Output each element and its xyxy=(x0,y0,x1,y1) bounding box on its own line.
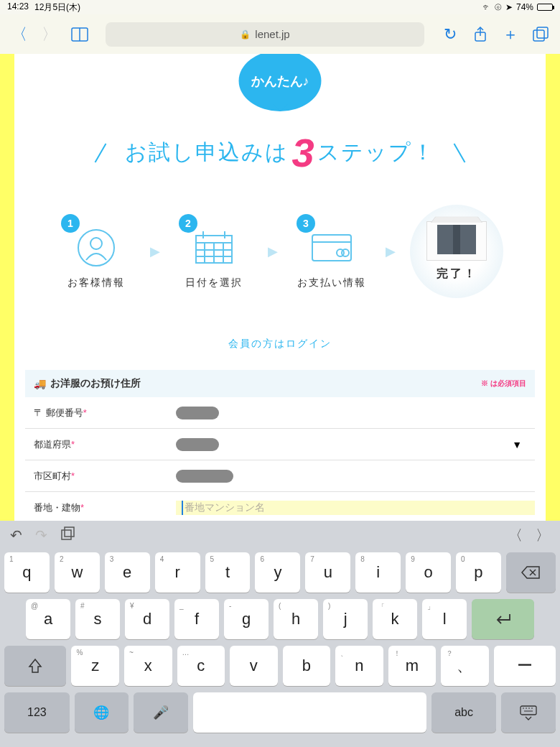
key-l[interactable]: 」l xyxy=(422,599,467,639)
prev-field-button[interactable]: 〈 xyxy=(508,526,523,545)
bookmarks-button[interactable] xyxy=(71,26,88,43)
key-u[interactable]: 7u xyxy=(305,552,350,593)
space-key[interactable] xyxy=(193,692,426,733)
key-z[interactable]: %z xyxy=(71,646,119,686)
step-badge: 1 xyxy=(61,214,80,233)
share-button[interactable] xyxy=(472,26,489,43)
prefecture-label: 都道府県 xyxy=(34,439,71,450)
svg-point-7 xyxy=(90,238,102,249)
key-e[interactable]: 3e xyxy=(105,552,150,593)
globe-key[interactable]: 🌐 xyxy=(75,692,129,733)
truck-icon: 🚚 xyxy=(34,378,46,389)
credit-card-icon xyxy=(307,228,357,268)
key-i[interactable]: 8i xyxy=(355,552,401,593)
key-c[interactable]: …c xyxy=(177,646,225,686)
calendar-icon xyxy=(189,228,239,268)
svg-rect-22 xyxy=(65,527,74,537)
chevron-right-icon: ▶ xyxy=(268,243,278,259)
zip-label: 〒 郵便番号 xyxy=(34,407,83,418)
chevron-right-icon: ▶ xyxy=(386,243,396,259)
keyboard: ↶ ↷ 〈 〉 1q2w3e4r5t6y7u8i9o0p @a#s¥d_f-g(… xyxy=(0,521,560,747)
key-q[interactable]: 1q xyxy=(4,552,50,593)
status-time: 14:23 xyxy=(7,1,29,14)
key-ー[interactable]: ー xyxy=(494,646,556,686)
svg-rect-5 xyxy=(537,27,548,38)
redo-button[interactable]: ↷ xyxy=(35,526,47,544)
keyboard-toolbar: ↶ ↷ 〈 〉 xyxy=(0,521,560,549)
mic-key[interactable]: 🎤 xyxy=(134,692,188,733)
orientation-lock-icon: ⦾ xyxy=(495,2,502,12)
new-tab-button[interactable]: ＋ xyxy=(502,26,519,43)
battery-icon xyxy=(537,4,553,11)
member-login-link[interactable]: 会員の方はログイン xyxy=(14,338,546,351)
zip-row: 〒 郵便番号* xyxy=(25,397,535,429)
key-g[interactable]: -g xyxy=(224,599,269,639)
key-h[interactable]: (h xyxy=(274,599,318,639)
key-n[interactable]: 、n xyxy=(335,646,383,686)
abc-mode-key[interactable]: abc xyxy=(431,692,497,733)
key-d[interactable]: ¥d xyxy=(125,599,169,639)
chevron-right-icon: ▶ xyxy=(150,243,160,259)
heading-post: ステップ！ xyxy=(317,138,435,167)
key-o[interactable]: 9o xyxy=(406,552,451,593)
key-f[interactable]: _f xyxy=(174,599,219,639)
url-bar[interactable]: 🔒 lenet.jp xyxy=(106,22,424,47)
form-header: 🚚 お洋服のお預け住所 ※ は必須項目 xyxy=(25,370,535,397)
key-p[interactable]: 0p xyxy=(456,552,501,593)
shift-key[interactable] xyxy=(4,646,66,686)
key-b[interactable]: b xyxy=(283,646,331,686)
heading-number: 3 xyxy=(291,129,314,176)
key-j[interactable]: )j xyxy=(323,599,368,639)
address-input[interactable]: 番地マンション名 xyxy=(176,501,535,515)
complete-label: 完了！ xyxy=(437,266,477,282)
key-y[interactable]: 6y xyxy=(255,552,300,593)
step-2: 2 日付を選択 xyxy=(174,214,253,289)
required-note: ※ は必須項目 xyxy=(481,379,526,389)
undo-button[interactable]: ↶ xyxy=(10,526,22,544)
steps-row: 1 お客様情報 ▶ 2 日付を選択 ▶ 3 お支払い情報 xyxy=(14,205,546,298)
key-t[interactable]: 5t xyxy=(205,552,251,593)
key-v[interactable]: v xyxy=(230,646,278,686)
key-、[interactable]: ？、 xyxy=(441,646,489,686)
backspace-key[interactable] xyxy=(506,552,556,593)
prefecture-select[interactable]: ▼ xyxy=(176,438,535,451)
svg-rect-25 xyxy=(521,706,536,715)
key-a[interactable]: @a xyxy=(26,599,70,639)
reload-button[interactable]: ↻ xyxy=(442,26,459,43)
city-row: 市区町村* xyxy=(25,460,535,492)
enter-key[interactable] xyxy=(472,599,534,639)
battery-percent: 74% xyxy=(516,2,533,12)
key-m[interactable]: ！m xyxy=(388,646,437,686)
decoration-line-icon xyxy=(95,143,107,162)
status-bar: 14:23 12月5日(木) ᯤ ⦾ ➤ 74% xyxy=(0,0,560,14)
chevron-down-icon: ▼ xyxy=(512,439,522,450)
page-content: かんたん♪ お試し申込みは 3 ステップ！ 1 お客様情報 ▶ 2 xyxy=(0,54,560,521)
key-r[interactable]: 4r xyxy=(155,552,200,593)
key-s[interactable]: #s xyxy=(75,599,120,639)
next-field-button[interactable]: 〉 xyxy=(536,526,550,545)
redacted-value xyxy=(176,438,219,451)
speech-bubble: かんたん♪ xyxy=(239,54,322,111)
decoration-line-icon xyxy=(453,143,465,162)
wifi-icon: ᯤ xyxy=(482,2,491,12)
step-badge: 2 xyxy=(179,214,197,233)
dismiss-keyboard-key[interactable] xyxy=(501,692,556,733)
key-k[interactable]: 「k xyxy=(373,599,417,639)
lock-icon: 🔒 xyxy=(240,29,251,40)
delivery-box-icon xyxy=(426,221,487,261)
prefecture-row: 都道府県* ▼ xyxy=(25,429,535,460)
number-mode-key[interactable]: 123 xyxy=(4,692,70,733)
bubble-text: かんたん♪ xyxy=(251,73,309,90)
key-w[interactable]: 2w xyxy=(55,552,100,593)
back-button[interactable]: 〈 xyxy=(11,26,28,43)
browser-toolbar: 〈 〉 🔒 lenet.jp ↻ ＋ xyxy=(0,14,560,54)
clipboard-button[interactable] xyxy=(60,526,75,544)
heading-pre: お試し申込みは xyxy=(125,138,289,167)
tabs-button[interactable] xyxy=(532,26,549,43)
city-input[interactable] xyxy=(176,470,535,483)
key-x[interactable]: ~x xyxy=(124,646,172,686)
status-date: 12月5日(木) xyxy=(34,1,80,14)
zip-input[interactable] xyxy=(176,407,535,419)
url-text: lenet.jp xyxy=(255,28,289,40)
step-1: 1 お客様情報 xyxy=(57,214,136,289)
